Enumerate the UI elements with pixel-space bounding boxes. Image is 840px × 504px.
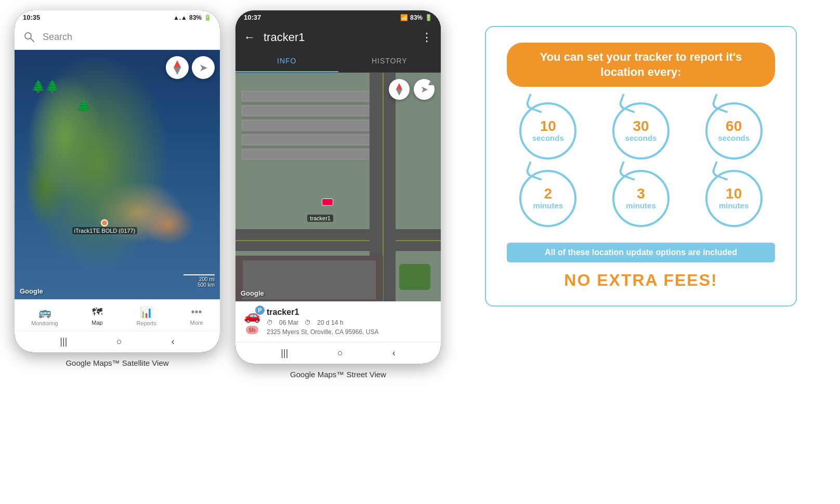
circle-unit-4: minutes bbox=[626, 201, 656, 210]
phone2-recent-icon[interactable]: ||| bbox=[281, 348, 288, 359]
tracker-duration: 20 d 14 h bbox=[317, 319, 343, 326]
tracker-icon-box: 🚗 P 5h bbox=[244, 308, 260, 334]
circle-2-minutes: 2 minutes bbox=[507, 170, 589, 227]
circle-number-1: 30 bbox=[633, 119, 649, 134]
phone2-home-bar: ||| ○ ‹ bbox=[235, 342, 441, 364]
monitoring-icon: 🚌 bbox=[38, 306, 51, 319]
tracker-title: tracker1 bbox=[264, 31, 413, 44]
svg-point-0 bbox=[25, 33, 31, 39]
phone2-battery-icon: 🔋 bbox=[425, 14, 432, 21]
circle-unit-2: seconds bbox=[718, 134, 750, 143]
circle-border-60: 60 seconds bbox=[705, 102, 763, 160]
scale-bar-1: 200 mi 500 km bbox=[183, 274, 215, 288]
tab-info[interactable]: INFO bbox=[235, 50, 338, 72]
phone1-battery: 83% bbox=[189, 14, 202, 21]
phone2-wifi-icon: 📶 bbox=[400, 14, 408, 21]
circle-number-3: 2 bbox=[544, 187, 553, 201]
phone2-home-icon[interactable]: ○ bbox=[337, 348, 343, 359]
circle-border-30: 30 seconds bbox=[612, 102, 670, 160]
phone1-status-icons: ▲.▲ 83% 🔋 bbox=[173, 14, 212, 21]
tracker-car bbox=[322, 198, 333, 206]
tracker-info-panel: 🚗 P 5h tracker1 ⏱ 06 Mar ⏱ 20 d 14 h 232… bbox=[235, 301, 441, 342]
google-watermark-1: Google bbox=[20, 287, 43, 295]
scale-200mi: 200 mi bbox=[199, 276, 215, 282]
nav-map[interactable]: 🗺 Map bbox=[87, 304, 107, 328]
scale-line bbox=[183, 274, 215, 275]
collapse-icon[interactable]: ▲ bbox=[426, 77, 436, 88]
phone1-home-bar: ||| ○ ‹ bbox=[15, 330, 220, 352]
circle-number-5: 10 bbox=[726, 187, 742, 201]
phone1-status-bar: 10:35 ▲.▲ 83% 🔋 bbox=[15, 10, 220, 24]
phone1-signal-icon: ▲.▲ bbox=[173, 14, 187, 21]
nav-reports-label: Reports bbox=[136, 320, 156, 326]
no-extra-fees-text: NO EXTRA FEES! bbox=[507, 271, 775, 290]
home-back-icon[interactable]: ‹ bbox=[172, 336, 175, 347]
nav-monitoring-label: Monitoring bbox=[31, 320, 58, 326]
circle-10-seconds: 10 seconds bbox=[507, 102, 589, 160]
badge-5h: 5h bbox=[246, 326, 259, 334]
tracker1-map-label: tracker1 bbox=[307, 215, 333, 222]
phone1-time: 10:35 bbox=[23, 14, 40, 21]
tracker-name: tracker1 bbox=[267, 308, 432, 317]
nav-more[interactable]: ••• More bbox=[186, 304, 207, 328]
tracker-label-1: iTrack1TE BOLD (0177) bbox=[72, 227, 138, 234]
phone1-map[interactable]: 🌲🌲 🌲 ➤ iTrack1TE BOLD (0177) Google 2 bbox=[15, 50, 220, 299]
more-options-icon[interactable]: ⋮ bbox=[421, 31, 432, 44]
parking-p-badge: P bbox=[255, 306, 265, 315]
more-icon: ••• bbox=[191, 306, 202, 318]
included-bar: All of these location update options are… bbox=[507, 243, 775, 262]
circle-10-minutes: 10 minutes bbox=[692, 170, 775, 227]
included-text: All of these location update options are… bbox=[545, 248, 737, 257]
right-panel: You can set your tracker to report it's … bbox=[456, 10, 825, 322]
caption1: Google Maps™ Satellite View bbox=[65, 359, 168, 367]
google-watermark-2: Google bbox=[241, 289, 264, 297]
phone2-back-icon[interactable]: ‹ bbox=[392, 348, 396, 359]
circle-30-seconds: 30 seconds bbox=[600, 102, 682, 160]
map-navigate-button[interactable]: ➤ bbox=[192, 56, 215, 79]
svg-line-1 bbox=[31, 38, 34, 42]
nav-map-label: Map bbox=[91, 320, 102, 326]
circle-border-2m: 2 minutes bbox=[519, 170, 576, 227]
phone2-map[interactable]: tracker1 ➤ Google ▲ bbox=[235, 73, 441, 301]
tracker-address: 2325 Myers St, Oroville, CA 95966, USA bbox=[267, 328, 432, 336]
circle-border-10m: 10 minutes bbox=[705, 170, 763, 227]
circle-unit-3: minutes bbox=[533, 201, 563, 210]
reports-icon: 📊 bbox=[140, 306, 153, 319]
phone2-status-bar: 10:37 📶 83% 🔋 bbox=[235, 10, 441, 24]
search-placeholder[interactable]: Search bbox=[43, 32, 214, 43]
nav-reports[interactable]: 📊 Reports bbox=[132, 304, 161, 328]
map-compass-button[interactable] bbox=[166, 56, 189, 79]
circle-3-minutes: 3 minutes bbox=[600, 170, 682, 227]
tracker-header: ← tracker1 ⋮ bbox=[235, 24, 441, 50]
circle-border-3m: 3 minutes bbox=[612, 170, 670, 227]
timer-icon: ⏱ bbox=[305, 319, 311, 326]
home-home-icon[interactable]: ○ bbox=[116, 336, 122, 347]
circle-number-0: 10 bbox=[540, 119, 556, 134]
circle-unit-0: seconds bbox=[532, 134, 564, 143]
phone1-mockup: 10:35 ▲.▲ 83% 🔋 Search bbox=[15, 10, 220, 352]
back-button[interactable]: ← bbox=[244, 31, 255, 44]
circle-number-2: 60 bbox=[726, 119, 742, 134]
tracker-car-with-p: 🚗 P bbox=[244, 308, 260, 324]
circles-grid: 10 seconds 30 seconds 60 seconds bbox=[507, 102, 775, 227]
road-h bbox=[235, 229, 441, 251]
parking-spaces-top bbox=[242, 91, 390, 160]
phone2-battery: 83% bbox=[410, 14, 423, 21]
clock-icon: ⏱ bbox=[267, 319, 273, 326]
circle-unit-5: minutes bbox=[719, 201, 749, 210]
map-compass-button-2[interactable] bbox=[389, 79, 410, 100]
tab-history[interactable]: HISTORY bbox=[338, 50, 441, 72]
main-layout: 10:35 ▲.▲ 83% 🔋 Search bbox=[15, 10, 825, 379]
scale-500km: 500 km bbox=[198, 282, 215, 288]
home-recent-icon[interactable]: ||| bbox=[60, 336, 67, 347]
nav-monitoring[interactable]: 🚌 Monitoring bbox=[27, 304, 62, 328]
promo-container: You can set your tracker to report it's … bbox=[485, 26, 797, 307]
phone1-search-bar[interactable]: Search bbox=[15, 24, 220, 50]
tree-cluster-2: 🌲 bbox=[76, 100, 90, 113]
phone2-time: 10:37 bbox=[244, 14, 261, 21]
nav-more-label: More bbox=[190, 320, 203, 326]
search-icon bbox=[21, 29, 37, 45]
circle-60-seconds: 60 seconds bbox=[692, 102, 775, 160]
phone2-mockup: 10:37 📶 83% 🔋 ← tracker1 ⋮ INFO HISTORY bbox=[235, 10, 441, 364]
phone1-nav-bar: 🚌 Monitoring 🗺 Map 📊 Reports ••• More bbox=[15, 299, 220, 330]
